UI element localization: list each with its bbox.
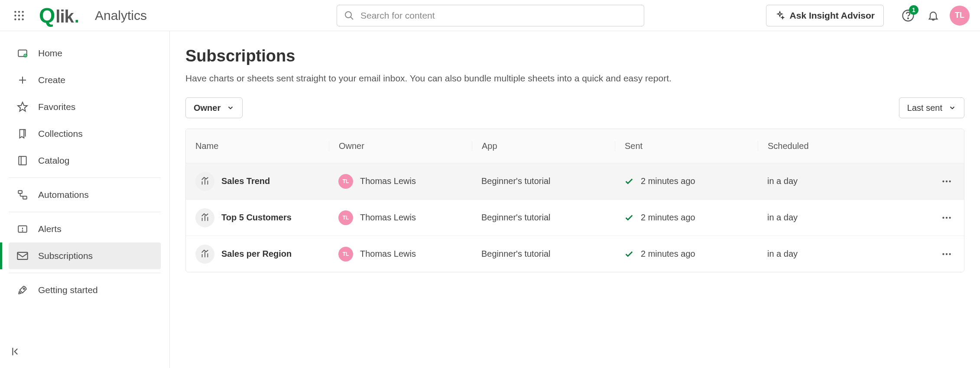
sidebar: Home Create Favorites Collections	[0, 31, 170, 368]
owner-avatar: TL	[338, 247, 353, 261]
svg-point-43	[946, 253, 948, 255]
sidebar-item-label: Catalog	[38, 155, 69, 166]
svg-point-30	[942, 180, 944, 182]
sidebar-item-label: Favorites	[38, 102, 75, 112]
row-scheduled: in a day	[767, 176, 798, 186]
sidebar-item-label: Create	[38, 75, 65, 85]
svg-point-37	[946, 216, 948, 218]
qlik-logo[interactable]: Qlik.	[39, 3, 79, 27]
row-owner: Thomas Lewis	[360, 176, 416, 186]
star-icon	[16, 101, 29, 113]
notifications-button[interactable]	[925, 7, 942, 24]
svg-marker-17	[18, 102, 27, 111]
svg-rect-18	[19, 156, 26, 165]
main-content: Subscriptions Have charts or sheets sent…	[170, 31, 980, 368]
product-name: Analytics	[95, 8, 147, 23]
plus-icon	[16, 74, 29, 86]
ask-insight-button[interactable]: Ask Insight Advisor	[766, 5, 884, 26]
home-icon	[16, 47, 29, 59]
row-owner: Thomas Lewis	[360, 249, 416, 259]
app-launcher-icon[interactable]	[10, 7, 28, 24]
sidebar-item-create[interactable]: Create	[9, 67, 161, 94]
subscriptions-table: Name Owner App Sent Scheduled Sales Tren…	[185, 129, 964, 272]
row-app: Beginner's tutorial	[481, 176, 550, 186]
svg-point-0	[14, 11, 16, 13]
column-sent[interactable]: Sent	[615, 141, 758, 151]
row-name: Sales per Region	[221, 249, 292, 259]
sidebar-item-label: Automations	[38, 190, 89, 200]
owner-filter-button[interactable]: Owner	[185, 97, 243, 118]
row-owner: Thomas Lewis	[360, 213, 416, 223]
svg-rect-21	[23, 196, 27, 199]
row-name: Top 5 Customers	[221, 213, 292, 223]
sidebar-item-catalog[interactable]: Catalog	[9, 147, 161, 174]
svg-point-6	[14, 18, 16, 20]
column-scheduled[interactable]: Scheduled	[758, 141, 901, 151]
table-row[interactable]: Sales Trend TL Thomas Lewis Beginner's t…	[186, 163, 964, 199]
column-name[interactable]: Name	[186, 141, 329, 151]
row-menu-button[interactable]	[937, 172, 956, 191]
svg-point-4	[18, 14, 20, 16]
row-sent: 2 minutes ago	[641, 249, 695, 259]
check-icon	[624, 249, 634, 259]
svg-point-1	[18, 11, 20, 13]
chart-icon	[195, 208, 214, 227]
svg-point-9	[345, 12, 351, 18]
alerts-icon	[16, 223, 29, 235]
sidebar-item-getting-started[interactable]: Getting started	[9, 277, 161, 303]
sidebar-item-automations[interactable]: Automations	[9, 181, 161, 208]
svg-rect-24	[17, 252, 27, 259]
row-app: Beginner's tutorial	[481, 249, 550, 259]
svg-point-38	[949, 216, 951, 218]
sidebar-item-label: Home	[38, 48, 62, 58]
svg-point-7	[18, 18, 20, 20]
catalog-icon	[16, 155, 29, 167]
owner-avatar: TL	[338, 174, 353, 189]
sidebar-item-home[interactable]: Home	[9, 40, 161, 67]
help-button[interactable]: 1	[899, 7, 917, 24]
svg-point-23	[22, 231, 23, 231]
table-row[interactable]: Top 5 Customers TL Thomas Lewis Beginner…	[186, 199, 964, 236]
row-sent: 2 minutes ago	[641, 213, 695, 223]
sort-button[interactable]: Last sent	[899, 97, 964, 118]
svg-point-3	[14, 14, 16, 16]
toolbar: Owner Last sent	[185, 97, 964, 118]
search-input[interactable]	[360, 10, 637, 21]
sidebar-item-alerts[interactable]: Alerts	[9, 216, 161, 242]
sidebar-item-label: Alerts	[38, 224, 62, 234]
check-icon	[624, 213, 634, 223]
app-header: Qlik. Analytics Ask Insight Advisor 1 TL	[0, 0, 980, 31]
svg-point-42	[942, 253, 944, 255]
table-row[interactable]: Sales per Region TL Thomas Lewis Beginne…	[186, 236, 964, 272]
svg-point-12	[908, 18, 909, 19]
row-menu-button[interactable]	[937, 208, 956, 227]
column-owner[interactable]: Owner	[329, 141, 472, 151]
sidebar-item-collections[interactable]: Collections	[9, 120, 161, 147]
chart-icon	[195, 172, 214, 191]
page-title: Subscriptions	[185, 47, 964, 65]
svg-rect-20	[18, 190, 22, 194]
sidebar-item-favorites[interactable]: Favorites	[9, 94, 161, 120]
row-scheduled: in a day	[767, 213, 798, 223]
sidebar-item-label: Collections	[38, 129, 83, 139]
svg-point-8	[22, 18, 24, 20]
owner-avatar: TL	[338, 210, 353, 225]
svg-point-25	[23, 288, 25, 289]
svg-line-10	[350, 17, 353, 19]
user-avatar[interactable]: TL	[950, 6, 970, 26]
row-name: Sales Trend	[221, 176, 270, 186]
row-app: Beginner's tutorial	[481, 213, 550, 223]
column-app[interactable]: App	[472, 141, 615, 151]
sidebar-item-label: Subscriptions	[38, 251, 93, 261]
sidebar-item-subscriptions[interactable]: Subscriptions	[9, 242, 161, 269]
collapse-sidebar-button[interactable]	[9, 344, 24, 359]
row-scheduled: in a day	[767, 249, 798, 259]
envelope-icon	[16, 250, 29, 262]
svg-point-36	[942, 216, 944, 218]
page-description: Have charts or sheets sent straight to y…	[185, 73, 964, 84]
sidebar-item-label: Getting started	[38, 285, 98, 295]
chevron-down-icon	[948, 104, 956, 112]
row-menu-button[interactable]	[937, 245, 956, 264]
search-box[interactable]	[337, 5, 644, 26]
ask-insight-label: Ask Insight Advisor	[790, 10, 875, 21]
